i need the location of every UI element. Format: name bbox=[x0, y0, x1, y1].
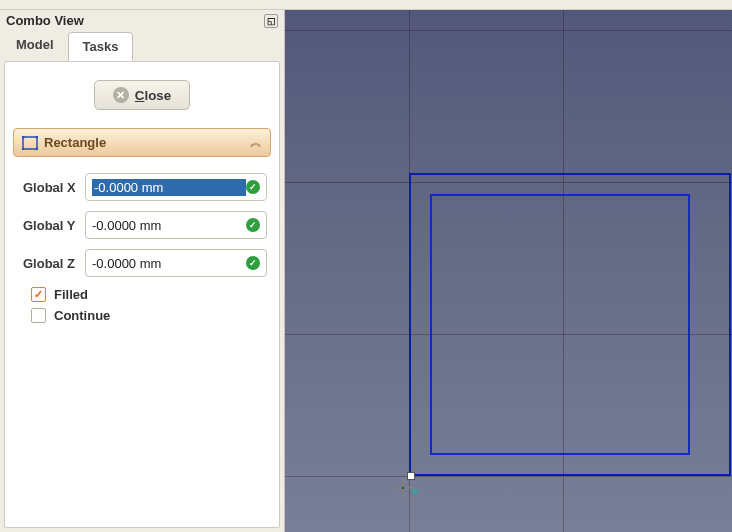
label-global-y: Global Y bbox=[23, 218, 85, 233]
svg-point-2 bbox=[36, 136, 39, 139]
tab-bar: Model Tasks bbox=[0, 31, 284, 61]
top-toolbar bbox=[0, 0, 732, 10]
snap-indicator-icon: ⌖ bbox=[411, 483, 419, 500]
close-button[interactable]: ✕ Close bbox=[94, 80, 190, 110]
label-filled: Filled bbox=[54, 287, 88, 302]
svg-point-3 bbox=[22, 147, 25, 150]
svg-rect-0 bbox=[23, 137, 37, 149]
panel-header: Combo View ◱ bbox=[0, 10, 284, 31]
tasks-pane: ✕ Close Rectangle bbox=[4, 61, 280, 528]
input-global-x[interactable]: -0.0000 mm ✓ bbox=[85, 173, 267, 201]
rectangle-form: Global X -0.0000 mm ✓ Global Y -0.0000 m… bbox=[13, 157, 271, 337]
close-icon: ✕ bbox=[113, 87, 129, 103]
row-continue: Continue bbox=[23, 308, 267, 323]
value-global-x[interactable]: -0.0000 mm bbox=[92, 179, 246, 196]
value-global-y[interactable]: -0.0000 mm bbox=[92, 218, 246, 233]
label-global-x: Global X bbox=[23, 180, 85, 195]
rectangle-section-header[interactable]: Rectangle ︽ bbox=[13, 128, 271, 157]
panel-popout-icon[interactable]: ◱ bbox=[264, 14, 278, 28]
valid-icon: ✓ bbox=[246, 218, 260, 232]
svg-point-4 bbox=[36, 147, 39, 150]
value-global-z[interactable]: -0.0000 mm bbox=[92, 256, 246, 271]
row-global-x: Global X -0.0000 mm ✓ bbox=[23, 173, 267, 201]
input-global-z[interactable]: -0.0000 mm ✓ bbox=[85, 249, 267, 277]
valid-icon: ✓ bbox=[246, 180, 260, 194]
label-continue: Continue bbox=[54, 308, 110, 323]
tab-model[interactable]: Model bbox=[2, 31, 68, 60]
combo-view-panel: Combo View ◱ Model Tasks ✕ Close bbox=[0, 10, 285, 532]
chevron-up-icon[interactable]: ︽ bbox=[250, 134, 262, 151]
checkbox-continue[interactable] bbox=[31, 308, 46, 323]
row-filled: Filled bbox=[23, 287, 267, 302]
close-label: Close bbox=[135, 88, 171, 103]
input-global-y[interactable]: -0.0000 mm ✓ bbox=[85, 211, 267, 239]
row-global-y: Global Y -0.0000 mm ✓ bbox=[23, 211, 267, 239]
main-area: Combo View ◱ Model Tasks ✕ Close bbox=[0, 10, 732, 532]
close-row: ✕ Close bbox=[13, 80, 271, 110]
panel-title: Combo View bbox=[6, 13, 84, 28]
checkbox-filled[interactable] bbox=[31, 287, 46, 302]
section-title: Rectangle bbox=[44, 135, 106, 150]
tab-tasks[interactable]: Tasks bbox=[68, 32, 134, 61]
drawn-rectangle-inner bbox=[430, 194, 690, 455]
svg-point-1 bbox=[22, 136, 25, 139]
3d-viewport[interactable]: ⌖ bbox=[285, 10, 732, 532]
label-global-z: Global Z bbox=[23, 256, 85, 271]
snap-handle bbox=[407, 472, 415, 480]
rectangle-icon bbox=[22, 136, 38, 150]
row-global-z: Global Z -0.0000 mm ✓ bbox=[23, 249, 267, 277]
valid-icon: ✓ bbox=[246, 256, 260, 270]
crosshair-cursor bbox=[393, 478, 413, 498]
